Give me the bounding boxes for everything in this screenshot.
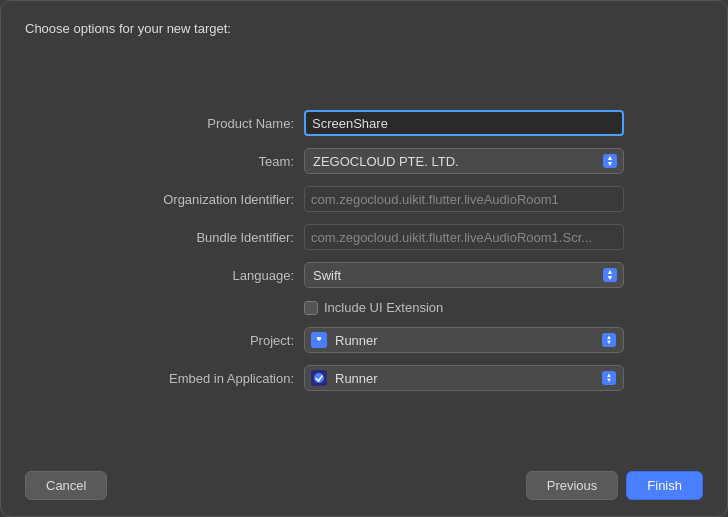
embed-label: Embed in Application: [104,371,294,386]
embed-select-wrapper[interactable]: Runner Runner ▲ ▼ [304,365,624,391]
dialog-body: Product Name: Team: ZEGOCLOUD PTE. LTD. [1,46,727,455]
language-select[interactable]: Swift Objective-C [304,262,624,288]
dialog-title: Choose options for your new target: [25,21,231,36]
dialog-header: Choose options for your new target: [1,1,727,46]
product-name-control [304,110,624,136]
include-ui-checkbox[interactable] [304,301,318,315]
language-control: Swift Objective-C ▲ ▼ [304,262,624,288]
previous-button[interactable]: Previous [526,471,619,500]
finish-button[interactable]: Finish [626,471,703,500]
team-row: Team: ZEGOCLOUD PTE. LTD. ▲ ▼ [104,148,624,174]
project-row: Project: Runner Runner [104,327,624,353]
include-ui-row: Include UI Extension [104,300,624,315]
org-identifier-control [304,186,624,212]
team-label: Team: [104,154,294,169]
project-select-wrapper[interactable]: Runner Runner ▲ ▼ [304,327,624,353]
bundle-identifier-control [304,224,624,250]
form-table: Product Name: Team: ZEGOCLOUD PTE. LTD. [104,110,624,391]
bundle-identifier-label: Bundle Identifier: [104,230,294,245]
team-select-wrapper: ZEGOCLOUD PTE. LTD. ▲ ▼ [304,148,624,174]
project-control: Runner Runner ▲ ▼ [304,327,624,353]
product-name-label: Product Name: [104,116,294,131]
dialog: Choose options for your new target: Prod… [0,0,728,517]
org-identifier-label: Organization Identifier: [104,192,294,207]
language-label: Language: [104,268,294,283]
cancel-button[interactable]: Cancel [25,471,107,500]
bundle-identifier-row: Bundle Identifier: [104,224,624,250]
include-ui-label: Include UI Extension [324,300,443,315]
org-identifier-input[interactable] [304,186,624,212]
footer-right-buttons: Previous Finish [526,471,703,500]
include-ui-control: Include UI Extension [304,300,624,315]
embed-control: Runner Runner ▲ ▼ [304,365,624,391]
embed-row: Embed in Application: Runner [104,365,624,391]
team-control: ZEGOCLOUD PTE. LTD. ▲ ▼ [304,148,624,174]
org-identifier-row: Organization Identifier: [104,186,624,212]
language-row: Language: Swift Objective-C ▲ ▼ [104,262,624,288]
product-name-input[interactable] [304,110,624,136]
product-name-row: Product Name: [104,110,624,136]
team-select[interactable]: ZEGOCLOUD PTE. LTD. [304,148,624,174]
project-label: Project: [104,333,294,348]
dialog-footer: Cancel Previous Finish [1,455,727,516]
language-select-wrapper: Swift Objective-C ▲ ▼ [304,262,624,288]
include-ui-checkbox-row: Include UI Extension [304,300,624,315]
bundle-identifier-input[interactable] [304,224,624,250]
